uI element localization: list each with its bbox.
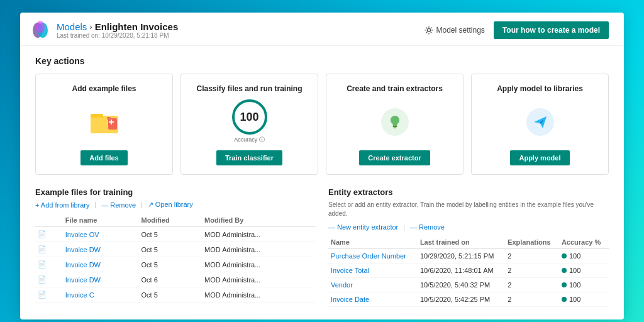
file-doc-icon: 📄 [38,230,47,238]
file-icon-cell: 📄 [35,227,63,242]
extractor-trained-cell: 10/29/2020, 5:21:15 PM [418,249,505,264]
file-modified-cell: Oct 5 [138,242,202,257]
paper-plane-icon [531,113,549,131]
svg-rect-8 [392,126,397,127]
file-doc-icon: 📄 [38,275,47,283]
folder-icon [89,109,119,135]
lightbulb-icon-container [381,99,409,144]
table-row: Invoice Total 10/6/2020, 11:48:01 AM 2 1… [328,264,609,278]
extractor-explanations-cell: 2 [505,264,559,278]
header-left: Models › Enlighten Invoices Last trained… [30,20,178,40]
extractor-name-cell[interactable]: Purchase Order Number [328,249,418,264]
gear-icon [425,26,433,35]
ext-col-trained-header: Last trained on [418,236,505,249]
create-extractor-card: Create and train extractors Create extra… [326,74,464,175]
table-row: Purchase Order Number 10/29/2020, 5:21:1… [328,249,609,264]
remove-file-button[interactable]: — Remove [101,201,136,209]
file-modifiedby-cell: MOD Administra... [202,227,316,242]
file-modifiedby-cell: MOD Administra... [202,242,316,257]
extractor-accuracy-cell: 100 [559,264,609,278]
key-actions-row: Add example files Add files Classify fil… [35,74,609,175]
ext-col-name-header: Name [328,236,418,249]
accuracy-label: Accuracy ⓘ [234,136,265,144]
file-modified-cell: Oct 6 [138,272,202,287]
accuracy-dot [562,268,567,273]
add-from-library-button[interactable]: + Add from library [35,201,90,209]
file-doc-icon: 📄 [38,260,47,268]
key-actions-title: Key actions [35,56,609,66]
svg-point-3 [428,29,431,32]
example-files-actions: + Add from library | — Remove | ↗ Open l… [35,201,316,209]
extractor-name-cell[interactable]: Invoice Total [328,264,418,278]
file-name-cell[interactable]: Invoice DW [63,257,139,272]
create-extractor-button[interactable]: Create extractor [359,150,430,165]
file-name-cell[interactable]: Invoice C [63,287,139,303]
file-name-cell[interactable]: Invoice DW [63,272,139,287]
extractor-accuracy-cell: 100 [559,249,609,264]
table-row: 📄 Invoice DW Oct 6 MOD Administra... [35,272,316,287]
paper-plane-icon-container [526,99,554,144]
file-modified-cell: Oct 5 [138,227,202,242]
extractor-accuracy-cell: 100 [559,292,609,307]
file-modifiedby-cell: MOD Administra... [202,257,316,272]
ext-col-explanations-header: Explanations [505,236,559,249]
extractor-table: Name Last trained on Explanations Accura… [328,236,609,307]
entity-extractors-desc: Select or add an entity extractor. Train… [328,201,609,218]
breadcrumb: Models › Enlighten Invoices Last trained… [57,21,178,39]
tour-button[interactable]: Tour how to create a model [494,21,609,39]
table-row: 📄 Invoice C Oct 5 MOD Administra... [35,287,316,303]
extractor-name-cell[interactable]: Vendor [328,278,418,292]
extractor-trained-cell: 10/5/2020, 5:42:25 PM [418,292,505,307]
file-modified-cell: Oct 5 [138,287,202,303]
action-divider-2: | [141,201,143,208]
file-icon-cell: 📄 [35,242,63,257]
svg-point-2 [36,21,45,33]
col-modifiedby-header: Modified By [202,214,316,227]
svg-rect-6 [108,118,117,130]
svg-rect-7 [107,117,111,119]
example-files-panel: Example files for training + Add from li… [35,187,316,307]
file-name-cell[interactable]: Invoice OV [63,227,139,242]
apply-model-button[interactable]: Apply model [510,150,569,165]
table-row: Invoice Date 10/5/2020, 5:42:25 PM 2 100 [328,292,609,307]
accuracy-dot [562,282,567,287]
accuracy-dot [562,297,567,302]
breadcrumb-models-link[interactable]: Models [57,21,87,32]
accuracy-dot [562,253,567,258]
new-entity-extractor-button[interactable]: — New entity extractor [328,223,398,231]
model-settings-button[interactable]: Model settings [425,26,484,35]
main-content: Key actions Add example files Add files [20,46,624,319]
extractor-accuracy-cell: 100 [559,278,609,292]
extractor-action-divider: | [403,224,405,231]
extractor-name-cell[interactable]: Invoice Date [328,292,418,307]
svg-rect-9 [393,127,396,128]
lightbulb-icon-wrap [381,108,409,136]
table-row: 📄 Invoice OV Oct 5 MOD Administra... [35,227,316,242]
open-library-button[interactable]: ↗ Open library [148,201,193,209]
accuracy-circle-wrap: 100 Accuracy ⓘ [232,99,267,144]
add-files-button[interactable]: Add files [80,150,127,165]
paper-plane-icon-wrap [526,108,554,136]
example-files-title: Example files for training [35,187,316,197]
classify-files-card: Classify files and run training 100 Accu… [180,74,318,175]
create-extractor-card-title: Create and train extractors [335,84,454,93]
bottom-row: Example files for training + Add from li… [35,187,609,307]
classify-card-title: Classify files and run training [190,84,309,93]
file-modified-cell: Oct 5 [138,257,202,272]
app-card: Models › Enlighten Invoices Last trained… [20,13,624,319]
extractor-explanations-cell: 2 [505,278,559,292]
file-doc-icon: 📄 [38,245,47,253]
extractor-trained-cell: 10/5/2020, 5:40:32 PM [418,278,505,292]
file-icon-cell: 📄 [35,257,63,272]
file-name-cell[interactable]: Invoice DW [63,242,139,257]
remove-extractor-button[interactable]: — Remove [410,223,445,231]
table-row: 📄 Invoice DW Oct 5 MOD Administra... [35,257,316,272]
train-classifier-button[interactable]: Train classifier [216,150,282,165]
extractor-explanations-cell: 2 [505,249,559,264]
file-modifiedby-cell: MOD Administra... [202,287,316,303]
col-modified-header: Modified [138,214,202,227]
col-filename-header: File name [63,214,139,227]
action-divider-1: | [95,201,97,208]
extractor-trained-cell: 10/6/2020, 11:48:01 AM [418,264,505,278]
table-row: Vendor 10/5/2020, 5:40:32 PM 2 100 [328,278,609,292]
